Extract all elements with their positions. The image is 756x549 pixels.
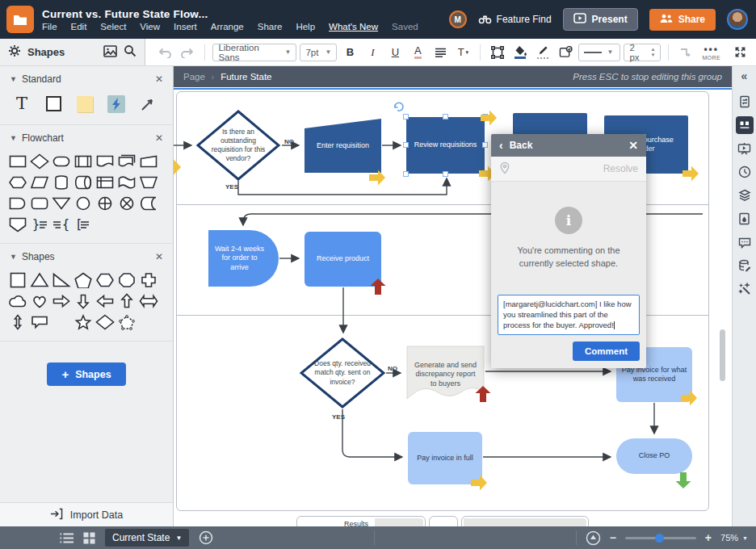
- shape-cross-icon[interactable]: [138, 270, 159, 289]
- shape-connector-icon[interactable]: [73, 194, 94, 212]
- gear-icon[interactable]: [8, 44, 21, 60]
- text-align-button[interactable]: [430, 43, 450, 62]
- canvas-scrollbar[interactable]: [720, 329, 725, 381]
- shape-display-shield-icon[interactable]: [7, 215, 28, 233]
- menu-view[interactable]: View: [140, 22, 160, 31]
- diagram-canvas[interactable]: Is there an outstanding requisition for …: [174, 87, 732, 526]
- shape-direct-access-storage-icon[interactable]: [73, 173, 94, 191]
- selection-handle[interactable]: [443, 114, 448, 119]
- back-button[interactable]: Back: [510, 140, 533, 151]
- shape-data-icon[interactable]: [29, 173, 50, 191]
- shape-or-junction-icon[interactable]: [94, 194, 116, 212]
- underline-button[interactable]: U: [385, 43, 405, 62]
- page-settings-icon[interactable]: [736, 93, 754, 111]
- shape-pentagon-nodes-icon[interactable]: [116, 312, 137, 331]
- caret-down-icon[interactable]: ▼: [10, 75, 17, 83]
- shape-frame-button[interactable]: [488, 43, 507, 62]
- comment-pin-red-icon[interactable]: [474, 385, 492, 403]
- import-data-button[interactable]: Import Data: [0, 502, 173, 526]
- shape-process-icon[interactable]: [7, 152, 28, 170]
- menu-arrange[interactable]: Arrange: [211, 22, 244, 31]
- menu-whats-new[interactable]: What's New: [329, 22, 378, 31]
- partial-table-cell[interactable]: [461, 516, 589, 526]
- page-list-icon[interactable]: [60, 533, 74, 543]
- shape-brace-left-icon[interactable]: {: [51, 215, 72, 233]
- shape-heart-icon[interactable]: [29, 291, 50, 310]
- shape-cloud-icon[interactable]: [7, 291, 28, 310]
- search-icon[interactable]: [124, 44, 136, 60]
- step-down-icon[interactable]: ▼: [650, 52, 655, 58]
- history-clock-icon[interactable]: [736, 163, 754, 181]
- node-vendor-decision[interactable]: Is there an outstanding requisition for …: [196, 110, 280, 181]
- shape-square-icon[interactable]: [7, 270, 28, 289]
- text-color-button[interactable]: A: [408, 43, 427, 62]
- partial-table-cell[interactable]: [429, 516, 458, 526]
- close-icon[interactable]: ✕: [628, 139, 638, 152]
- zoom-level-select[interactable]: 75% ▼: [720, 533, 748, 543]
- comment-pin-yellow-icon[interactable]: [174, 158, 182, 176]
- layers-icon[interactable]: [736, 186, 754, 204]
- presentation-icon[interactable]: [736, 140, 754, 157]
- selection-handle[interactable]: [482, 142, 488, 148]
- feature-find[interactable]: Feature Find: [478, 13, 552, 27]
- shape-arrow-up-icon[interactable]: [116, 291, 137, 310]
- shape-callout-icon[interactable]: [29, 312, 50, 331]
- user-avatar[interactable]: [727, 9, 748, 30]
- menu-select[interactable]: Select: [100, 22, 126, 31]
- shape-diamond-icon[interactable]: [94, 312, 116, 331]
- shape-octagon-icon[interactable]: [116, 270, 137, 289]
- comment-pin-yellow-icon[interactable]: [680, 389, 698, 407]
- shape-rectangle-icon[interactable]: [43, 94, 64, 113]
- comment-pin-red-icon[interactable]: [369, 278, 387, 295]
- document-title[interactable]: Current vs. Future State Flow...: [42, 8, 418, 20]
- breadcrumb-page[interactable]: Page: [183, 72, 205, 82]
- app-logo-icon[interactable]: [6, 6, 34, 33]
- shape-triangle-icon[interactable]: [29, 270, 50, 289]
- shape-predefined-process-icon[interactable]: [73, 152, 94, 170]
- shape-data-button[interactable]: [556, 43, 575, 62]
- shape-decision-icon[interactable]: [29, 152, 50, 170]
- italic-button[interactable]: I: [363, 43, 382, 62]
- shape-right-triangle-icon[interactable]: [51, 270, 72, 289]
- fullscreen-icon[interactable]: [730, 43, 750, 62]
- shape-terminator-icon[interactable]: [51, 152, 72, 170]
- node-close-po[interactable]: Close PO: [616, 438, 692, 474]
- shape-pentagon-icon[interactable]: [73, 270, 94, 289]
- shape-hexagon-icon[interactable]: [94, 270, 116, 289]
- add-shapes-button[interactable]: + Shapes: [47, 363, 125, 386]
- selection-handle[interactable]: [403, 171, 409, 177]
- comment-pin-yellow-icon[interactable]: [470, 474, 488, 492]
- shape-brace-right-icon[interactable]: }: [29, 215, 50, 233]
- shape-sticky-note-icon[interactable]: [74, 94, 95, 113]
- shape-summing-junction-icon[interactable]: [116, 194, 137, 212]
- present-button[interactable]: Present: [563, 8, 638, 31]
- comment-pin-yellow-icon[interactable]: [480, 109, 498, 127]
- shape-document-icon[interactable]: [94, 152, 116, 170]
- shape-preparation-icon[interactable]: [7, 173, 28, 191]
- shape-arrow-right-icon[interactable]: [51, 291, 72, 310]
- magic-wand-icon[interactable]: [736, 280, 754, 298]
- text-style-button[interactable]: T▾: [453, 43, 472, 62]
- fit-to-screen-icon[interactable]: [586, 530, 601, 546]
- shape-multi-document-icon[interactable]: [116, 152, 137, 170]
- comments-icon[interactable]: [736, 233, 754, 251]
- shape-arrow-down-icon[interactable]: [73, 291, 94, 310]
- close-icon[interactable]: ✕: [155, 73, 163, 85]
- node-qty-decision[interactable]: Does qty. received match qty. sent on in…: [300, 337, 385, 409]
- selection-handle[interactable]: [443, 171, 448, 177]
- shape-display-icon[interactable]: [116, 173, 137, 191]
- menu-share[interactable]: Share: [258, 22, 283, 31]
- line-width-stepper[interactable]: 2 px ▲▼: [624, 44, 661, 61]
- font-family-select[interactable]: Liberation Sans▼: [212, 44, 296, 61]
- shape-bracket-left-icon[interactable]: [: [73, 215, 94, 233]
- shape-merge-icon[interactable]: [51, 194, 72, 212]
- step-up-icon[interactable]: ▲: [650, 47, 655, 52]
- shape-text-icon[interactable]: T: [11, 94, 32, 113]
- collaborator-avatar[interactable]: M: [449, 10, 467, 28]
- comment-submit-button[interactable]: Comment: [573, 342, 640, 361]
- shape-manual-operation-icon[interactable]: [138, 173, 159, 191]
- partial-table-results[interactable]: Results: [296, 516, 426, 526]
- page-grid-icon[interactable]: [83, 532, 95, 544]
- shape-arrow-left-right-icon[interactable]: [138, 291, 159, 310]
- font-size-select[interactable]: 7pt▼: [300, 44, 337, 61]
